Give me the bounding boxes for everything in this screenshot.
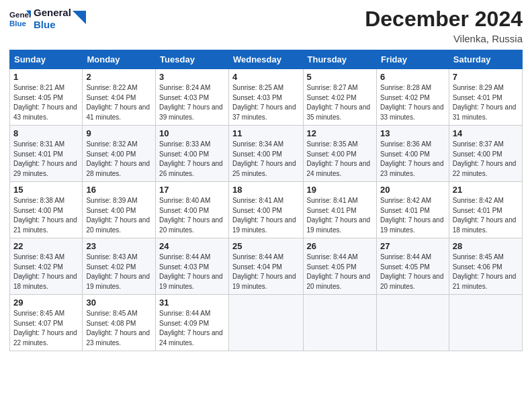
- day-detail: Sunrise: 8:45 AM Sunset: 4:06 PM Dayligh…: [453, 253, 519, 291]
- day-number: 3: [159, 72, 225, 82]
- calendar-cell: 1 Sunrise: 8:21 AM Sunset: 4:05 PM Dayli…: [10, 69, 83, 126]
- calendar-cell: [376, 295, 449, 351]
- calendar-week-row: 8 Sunrise: 8:31 AM Sunset: 4:01 PM Dayli…: [10, 126, 523, 182]
- logo-triangle: [73, 11, 86, 24]
- day-detail: Sunrise: 8:44 AM Sunset: 4:04 PM Dayligh…: [232, 253, 300, 291]
- calendar-cell: 26 Sunrise: 8:44 AM Sunset: 4:05 PM Dayl…: [303, 238, 376, 295]
- day-number: 25: [232, 241, 300, 251]
- calendar-cell: 10 Sunrise: 8:33 AM Sunset: 4:00 PM Dayl…: [156, 126, 229, 182]
- calendar-cell: 19 Sunrise: 8:41 AM Sunset: 4:01 PM Dayl…: [303, 182, 376, 238]
- day-number: 31: [159, 298, 225, 308]
- calendar-cell: 25 Sunrise: 8:44 AM Sunset: 4:04 PM Dayl…: [228, 238, 303, 295]
- day-number: 18: [232, 185, 300, 195]
- dow-header: Saturday: [449, 50, 522, 69]
- day-detail: Sunrise: 8:42 AM Sunset: 4:01 PM Dayligh…: [453, 196, 519, 235]
- day-number: 12: [307, 128, 373, 138]
- day-detail: Sunrise: 8:41 AM Sunset: 4:00 PM Dayligh…: [232, 196, 300, 235]
- day-detail: Sunrise: 8:29 AM Sunset: 4:01 PM Dayligh…: [453, 83, 519, 122]
- page-container: General Blue General Blue December 2024 …: [0, 0, 532, 358]
- calendar-cell: [449, 295, 522, 351]
- calendar-cell: 9 Sunrise: 8:32 AM Sunset: 4:00 PM Dayli…: [83, 126, 156, 182]
- svg-text:Blue: Blue: [9, 19, 27, 28]
- calendar-cell: 23 Sunrise: 8:43 AM Sunset: 4:02 PM Dayl…: [83, 238, 156, 295]
- calendar-cell: 15 Sunrise: 8:38 AM Sunset: 4:00 PM Dayl…: [10, 182, 83, 238]
- day-number: 4: [232, 72, 300, 82]
- day-detail: Sunrise: 8:35 AM Sunset: 4:00 PM Dayligh…: [307, 140, 373, 179]
- day-number: 6: [380, 72, 445, 82]
- day-detail: Sunrise: 8:44 AM Sunset: 4:03 PM Dayligh…: [159, 253, 225, 291]
- day-number: 30: [86, 298, 152, 308]
- calendar-cell: 21 Sunrise: 8:42 AM Sunset: 4:01 PM Dayl…: [449, 182, 522, 238]
- day-number: 28: [453, 241, 519, 251]
- calendar-cell: 12 Sunrise: 8:35 AM Sunset: 4:00 PM Dayl…: [303, 126, 376, 182]
- day-detail: Sunrise: 8:22 AM Sunset: 4:04 PM Dayligh…: [86, 83, 152, 122]
- calendar-cell: 6 Sunrise: 8:28 AM Sunset: 4:02 PM Dayli…: [376, 69, 449, 126]
- day-detail: Sunrise: 8:21 AM Sunset: 4:05 PM Dayligh…: [13, 83, 79, 122]
- day-number: 23: [86, 241, 152, 251]
- day-number: 27: [380, 241, 445, 251]
- day-detail: Sunrise: 8:32 AM Sunset: 4:00 PM Dayligh…: [86, 140, 152, 179]
- day-detail: Sunrise: 8:44 AM Sunset: 4:05 PM Dayligh…: [380, 253, 445, 291]
- day-detail: Sunrise: 8:45 AM Sunset: 4:08 PM Dayligh…: [86, 309, 152, 348]
- day-number: 20: [380, 185, 445, 195]
- day-number: 5: [307, 72, 373, 82]
- calendar-week-row: 1 Sunrise: 8:21 AM Sunset: 4:05 PM Dayli…: [10, 69, 523, 126]
- logo-blue: Blue: [34, 19, 71, 31]
- calendar-cell: 7 Sunrise: 8:29 AM Sunset: 4:01 PM Dayli…: [449, 69, 522, 126]
- day-detail: Sunrise: 8:44 AM Sunset: 4:05 PM Dayligh…: [307, 253, 373, 291]
- calendar-cell: 20 Sunrise: 8:42 AM Sunset: 4:01 PM Dayl…: [376, 182, 449, 238]
- calendar-cell: 31 Sunrise: 8:44 AM Sunset: 4:09 PM Dayl…: [156, 295, 229, 351]
- day-detail: Sunrise: 8:33 AM Sunset: 4:00 PM Dayligh…: [159, 140, 225, 179]
- calendar-cell: 11 Sunrise: 8:34 AM Sunset: 4:00 PM Dayl…: [228, 126, 303, 182]
- month-title: December 2024: [365, 7, 523, 32]
- calendar-cell: 30 Sunrise: 8:45 AM Sunset: 4:08 PM Dayl…: [83, 295, 156, 351]
- day-detail: Sunrise: 8:36 AM Sunset: 4:00 PM Dayligh…: [380, 140, 445, 179]
- calendar-cell: 18 Sunrise: 8:41 AM Sunset: 4:00 PM Dayl…: [228, 182, 303, 238]
- calendar-cell: 3 Sunrise: 8:24 AM Sunset: 4:03 PM Dayli…: [156, 69, 229, 126]
- calendar-cell: 22 Sunrise: 8:43 AM Sunset: 4:02 PM Dayl…: [10, 238, 83, 295]
- calendar-cell: 13 Sunrise: 8:36 AM Sunset: 4:00 PM Dayl…: [376, 126, 449, 182]
- days-of-week-row: SundayMondayTuesdayWednesdayThursdayFrid…: [10, 50, 523, 69]
- day-detail: Sunrise: 8:28 AM Sunset: 4:02 PM Dayligh…: [380, 83, 445, 122]
- day-number: 9: [86, 128, 152, 138]
- logo: General Blue General Blue: [9, 7, 86, 31]
- dow-header: Friday: [376, 50, 449, 69]
- svg-marker-3: [73, 11, 86, 24]
- day-number: 11: [232, 128, 300, 138]
- calendar-cell: 2 Sunrise: 8:22 AM Sunset: 4:04 PM Dayli…: [83, 69, 156, 126]
- day-detail: Sunrise: 8:41 AM Sunset: 4:01 PM Dayligh…: [307, 196, 373, 235]
- day-number: 16: [86, 185, 152, 195]
- day-detail: Sunrise: 8:24 AM Sunset: 4:03 PM Dayligh…: [159, 83, 225, 122]
- calendar-cell: 29 Sunrise: 8:45 AM Sunset: 4:07 PM Dayl…: [10, 295, 83, 351]
- day-number: 17: [159, 185, 225, 195]
- day-number: 10: [159, 128, 225, 138]
- calendar-week-row: 22 Sunrise: 8:43 AM Sunset: 4:02 PM Dayl…: [10, 238, 523, 295]
- calendar-cell: 8 Sunrise: 8:31 AM Sunset: 4:01 PM Dayli…: [10, 126, 83, 182]
- logo-icon: General Blue: [9, 8, 31, 30]
- day-number: 24: [159, 241, 225, 251]
- day-detail: Sunrise: 8:43 AM Sunset: 4:02 PM Dayligh…: [86, 253, 152, 291]
- location: Vilenka, Russia: [365, 33, 523, 44]
- dow-header: Thursday: [303, 50, 376, 69]
- calendar-cell: 16 Sunrise: 8:39 AM Sunset: 4:00 PM Dayl…: [83, 182, 156, 238]
- day-number: 7: [453, 72, 519, 82]
- dow-header: Sunday: [10, 50, 83, 69]
- calendar-week-row: 29 Sunrise: 8:45 AM Sunset: 4:07 PM Dayl…: [10, 295, 523, 351]
- header: General Blue General Blue December 2024 …: [9, 7, 523, 44]
- day-detail: Sunrise: 8:34 AM Sunset: 4:00 PM Dayligh…: [232, 140, 300, 179]
- calendar-cell: [303, 295, 376, 351]
- day-detail: Sunrise: 8:45 AM Sunset: 4:07 PM Dayligh…: [13, 309, 79, 348]
- calendar-table: SundayMondayTuesdayWednesdayThursdayFrid…: [9, 50, 523, 351]
- calendar-cell: 24 Sunrise: 8:44 AM Sunset: 4:03 PM Dayl…: [156, 238, 229, 295]
- dow-header: Wednesday: [228, 50, 303, 69]
- day-detail: Sunrise: 8:39 AM Sunset: 4:00 PM Dayligh…: [86, 196, 152, 235]
- day-detail: Sunrise: 8:31 AM Sunset: 4:01 PM Dayligh…: [13, 140, 79, 179]
- title-block: December 2024 Vilenka, Russia: [365, 7, 523, 44]
- day-number: 29: [13, 298, 79, 308]
- day-detail: Sunrise: 8:43 AM Sunset: 4:02 PM Dayligh…: [13, 253, 79, 291]
- calendar-cell: 4 Sunrise: 8:25 AM Sunset: 4:03 PM Dayli…: [228, 69, 303, 126]
- day-number: 8: [13, 128, 79, 138]
- day-number: 2: [86, 72, 152, 82]
- calendar-cell: 28 Sunrise: 8:45 AM Sunset: 4:06 PM Dayl…: [449, 238, 522, 295]
- calendar-cell: [228, 295, 303, 351]
